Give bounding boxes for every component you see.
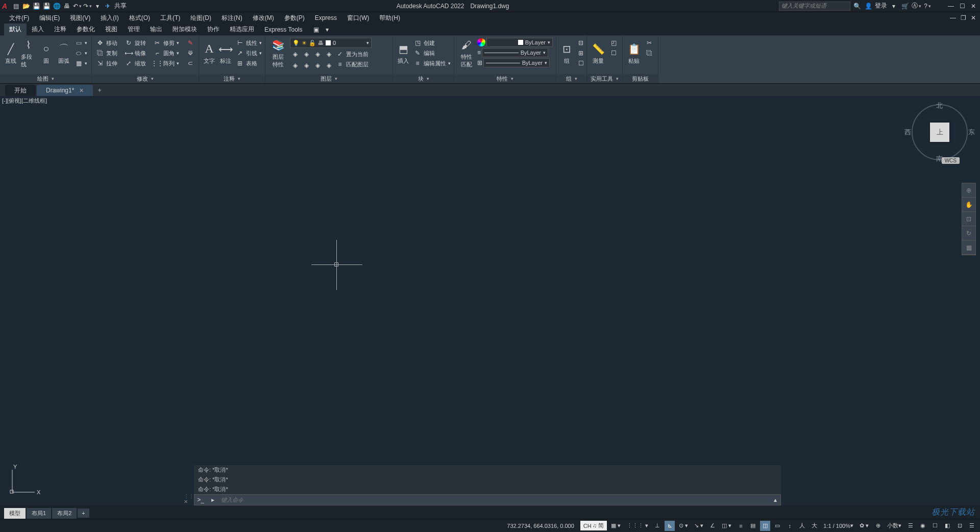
menu-insert[interactable]: 插入(I) (95, 12, 124, 24)
viewcube-west[interactable]: 西 (904, 128, 911, 137)
move-button[interactable]: ✥移动 (95, 38, 121, 48)
tab-output[interactable]: 输出 (145, 23, 167, 36)
create-block-button[interactable]: ◳创建 (412, 38, 452, 48)
panel-group-title[interactable]: 组 (556, 74, 586, 83)
qp-button[interactable]: ↕ (785, 521, 795, 531)
line-button[interactable]: ╱直线 (3, 38, 19, 68)
color-dropdown[interactable]: ByLayer▾ (486, 38, 553, 47)
app-switcher-icon[interactable]: Ⓐ (912, 2, 921, 11)
copy-button[interactable]: ⿻复制 (95, 48, 121, 58)
linetype-icon[interactable]: ⊞ (477, 59, 482, 66)
offset-button[interactable]: ⊂ (185, 58, 195, 68)
ellipse-button[interactable]: ⬭▾ (74, 48, 88, 58)
anno-monitor[interactable]: ⊕ (873, 521, 883, 531)
fullnav-icon[interactable]: ⊕ (962, 183, 975, 198)
fillet-button[interactable]: ⌐圆角▾ (152, 48, 183, 58)
menu-help[interactable]: 帮助(H) (374, 12, 405, 24)
layer-tool-1[interactable]: ◈ (290, 49, 300, 59)
save-icon[interactable]: 💾 (32, 2, 41, 11)
viewcube-top-face[interactable]: 上 (930, 123, 949, 142)
user-icon[interactable]: 👤 (864, 2, 873, 11)
tab-collab[interactable]: 协作 (202, 23, 225, 36)
tab-addins[interactable]: 附加模块 (167, 23, 202, 36)
insert-block-button[interactable]: ⬒插入 (396, 38, 410, 68)
dim-button[interactable]: ⟷标注 (218, 38, 233, 68)
showmotion-icon[interactable]: ▦ (962, 240, 975, 255)
qat-dropdown-icon[interactable]: ▾ (93, 2, 102, 11)
ime-badge[interactable]: CH♫ 简 (580, 521, 607, 530)
redo-icon[interactable]: ↷ (83, 2, 92, 11)
grid-button[interactable]: ⋮⋮⋮ ▾ (625, 521, 650, 531)
copy-clip-button[interactable]: ⿻ (644, 48, 654, 58)
polar-button[interactable]: ⊙ ▾ (677, 521, 690, 531)
scale-button[interactable]: ⤢缩放 (124, 58, 150, 68)
wcs-badge[interactable]: WCS (942, 157, 960, 164)
isodraft-button[interactable]: ↘ ▾ (692, 521, 705, 531)
hatch-button[interactable]: ▦▾ (74, 58, 88, 68)
web-icon[interactable]: 🌐 (52, 2, 61, 11)
tab-featured[interactable]: 精选应用 (225, 23, 259, 36)
osnap-button[interactable]: ∠ (707, 521, 718, 531)
stretch-button[interactable]: ⇲拉伸 (95, 58, 121, 68)
dyn-input[interactable]: ▭ (772, 521, 782, 531)
units-button[interactable]: 小数 ▾ (885, 521, 903, 531)
layout-1[interactable]: 布局1 (27, 508, 51, 519)
isolate-button[interactable]: ☐ (930, 521, 940, 531)
open-icon[interactable]: 📂 (21, 2, 31, 11)
search-input[interactable]: 键入关键字或短语 (779, 2, 850, 11)
drawing-canvas[interactable]: [-][俯视][二维线框] Y X 北 南 西 东 上 WCS ⊕ ✋ ⊡ ↻ … (0, 96, 980, 505)
layer-tool-2[interactable]: ◈ (301, 49, 311, 59)
pline-button[interactable]: ⌇多段线 (21, 38, 37, 68)
share-icon[interactable]: ✈ (103, 2, 112, 11)
tab-drawing1[interactable]: Drawing1*✕ (37, 85, 93, 96)
linetype-dropdown[interactable]: ByLayer▾ (483, 58, 550, 67)
tab-start[interactable]: 开始 (5, 85, 36, 96)
anno-scale[interactable]: 1:1 / 100% ▾ (821, 521, 855, 531)
layer-tool-6[interactable]: ◈ (301, 60, 311, 70)
cart-icon[interactable]: 🛒 (900, 2, 910, 11)
workspace-button[interactable]: ✿ ▾ (857, 521, 871, 531)
view-cube[interactable]: 北 南 西 东 上 (912, 104, 968, 160)
layer-tool-3[interactable]: ◈ (312, 49, 323, 59)
layout-add[interactable]: + (78, 509, 89, 518)
panel-layers-title[interactable]: 图层 (265, 74, 393, 83)
match-props-button[interactable]: 🖌特性 匹配 (457, 38, 475, 68)
linear-button[interactable]: ⊢线性▾ (235, 38, 263, 48)
hardware-accel[interactable]: ◧ (942, 521, 952, 531)
layer-dropdown[interactable]: 💡 ☀ 🔓 🖶 0 ▾ (290, 38, 372, 48)
ribbon-dropdown-icon[interactable]: ▾ (323, 25, 332, 34)
viewcube-north[interactable]: 北 (936, 101, 943, 110)
selection-cycle[interactable]: ◫ (760, 521, 770, 531)
circle-button[interactable]: ○圆 (38, 38, 54, 68)
command-recent-icon[interactable]: ▸ (207, 496, 219, 503)
login-label[interactable]: 登录 (875, 2, 887, 10)
model-space-button[interactable]: ▦ ▾ (609, 521, 623, 531)
search-icon[interactable]: 🔍 (852, 2, 862, 11)
layer-tool-7[interactable]: ◈ (312, 60, 323, 70)
add-tab-button[interactable]: + (94, 85, 105, 96)
match-layer-button[interactable]: ≡匹配图层 (335, 59, 370, 69)
plot-icon[interactable]: 🖶 (62, 2, 71, 11)
cut-button[interactable]: ✂ (644, 38, 654, 48)
tab-express[interactable]: Express Tools (259, 24, 307, 35)
customize-status[interactable]: ☰ (967, 521, 977, 531)
doc-minimize-icon[interactable]: — (948, 13, 958, 22)
coordinates-display[interactable]: 732.2734, 664.0316, 0.000 (503, 523, 578, 529)
viewport-label[interactable]: [-][俯视][二维线框] (2, 97, 47, 105)
snap-button[interactable]: ⊥ (652, 521, 663, 531)
menu-modify[interactable]: 修改(M) (248, 12, 279, 24)
tab-close-icon[interactable]: ✕ (79, 87, 84, 94)
viewcube-east[interactable]: 东 (968, 128, 975, 137)
quick-props[interactable]: ☰ (905, 521, 916, 531)
new-icon[interactable]: ▤ (11, 2, 20, 11)
ungroup-button[interactable]: ⊟ (576, 38, 586, 48)
command-input-row[interactable]: >_ ▸ ▴ (194, 494, 781, 505)
erase-button[interactable]: ✎ (185, 38, 195, 48)
tab-insert[interactable]: 插入 (27, 23, 49, 36)
mirror-button[interactable]: ⟷镜像 (124, 48, 150, 58)
ortho-button[interactable]: ⊾ (665, 521, 675, 531)
text-button[interactable]: A文字 (202, 38, 216, 68)
arc-button[interactable]: ⌒圆弧 (56, 38, 72, 68)
menu-window[interactable]: 窗口(W) (342, 12, 374, 24)
undo-icon[interactable]: ↶ (72, 2, 82, 11)
